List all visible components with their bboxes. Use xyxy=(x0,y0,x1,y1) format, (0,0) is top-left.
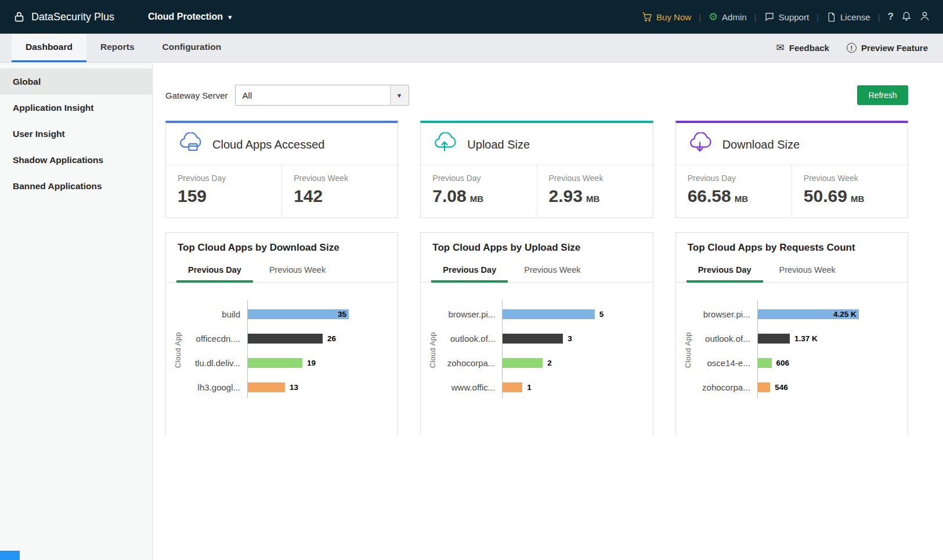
bar[interactable] xyxy=(502,382,522,392)
help-icon[interactable]: ? xyxy=(888,11,894,23)
sidebar-item-banned-applications[interactable]: Banned Applications xyxy=(0,173,152,199)
bar-row: zohocorpa...546 xyxy=(687,382,902,392)
bar-category-label: tlu.dl.deliv... xyxy=(176,358,247,368)
previous-week-stat: Previous Week 2.93MB xyxy=(537,165,653,218)
bar-value-label: 546 xyxy=(775,383,788,392)
stat-title: Cloud Apps Accessed xyxy=(212,138,324,151)
bar-value-label: 3 xyxy=(568,334,572,343)
divider: | xyxy=(878,12,880,22)
envelope-icon: ✉ xyxy=(776,42,784,54)
bar[interactable] xyxy=(757,382,770,392)
preview-feature-button[interactable]: ! Preview Feature xyxy=(847,43,928,53)
gateway-server-value: All xyxy=(236,91,390,100)
bar-value-label: 13 xyxy=(290,383,298,392)
support-menu[interactable]: Support xyxy=(764,12,810,22)
stat-card-download-size: Download Size Previous Day 66.58MB Previ… xyxy=(675,121,908,218)
chart-card-upload-size: Top Cloud Apps by Upload Size Previous D… xyxy=(420,232,653,435)
bar-category-label: browser.pi... xyxy=(431,309,502,319)
bar-value-label: 2 xyxy=(547,359,552,367)
bar[interactable] xyxy=(757,358,772,368)
chart-title: Top Cloud Apps by Requests Count xyxy=(676,233,908,254)
chevron-down-icon: ▾ xyxy=(398,91,402,100)
sidebar-item-user-insight[interactable]: User Insight xyxy=(0,121,152,147)
tab-previous-week[interactable]: Previous Week xyxy=(512,259,592,283)
previous-week-stat: Previous Week 142 xyxy=(281,165,398,218)
buy-now-button[interactable]: Buy Now xyxy=(642,12,691,22)
previous-day-stat: Previous Day 7.08MB xyxy=(421,165,536,218)
bar-category-label: osce14-e... xyxy=(687,358,757,368)
sidebar-item-shadow-applications[interactable]: Shadow Applications xyxy=(0,147,152,173)
bar-value-label: 1 xyxy=(527,383,532,392)
chart-tabs: Previous Day Previous Week xyxy=(676,259,908,283)
cloud-upload-icon xyxy=(432,132,457,157)
license-menu[interactable]: License xyxy=(826,12,870,22)
app-logo: DataSecurity Plus xyxy=(13,10,114,23)
bar-value-label: 606 xyxy=(776,359,790,367)
document-icon xyxy=(826,12,836,22)
bar[interactable] xyxy=(247,334,323,344)
top-bar: DataSecurity Plus Cloud Protection ▾ Buy… xyxy=(0,0,943,34)
bar-row: www.offic...1 xyxy=(431,382,646,392)
main-nav: Dashboard Reports Configuration ✉ Feedba… xyxy=(0,34,943,63)
bar[interactable] xyxy=(502,358,543,368)
chevron-down-icon: ▾ xyxy=(228,13,232,21)
user-account-icon[interactable] xyxy=(919,10,930,23)
chat-widget-tab[interactable] xyxy=(0,551,20,560)
gateway-server-label: Gateway Server xyxy=(165,91,228,100)
chat-icon xyxy=(764,12,775,22)
previous-day-stat: Previous Day 159 xyxy=(166,165,281,218)
bar-category-label: build xyxy=(176,309,247,319)
bar[interactable] xyxy=(502,309,594,319)
bar-row: tlu.dl.deliv...19 xyxy=(176,358,392,368)
sidebar-item-global[interactable]: Global xyxy=(0,68,152,95)
bar[interactable] xyxy=(247,382,285,392)
tab-previous-day[interactable]: Previous Day xyxy=(431,259,508,283)
tab-configuration[interactable]: Configuration xyxy=(149,34,236,62)
bar-category-label: browser.pi... xyxy=(687,309,757,319)
nav-tabs: Dashboard Reports Configuration xyxy=(0,34,235,62)
bar[interactable]: 4.25 K xyxy=(757,309,859,319)
gateway-server-select[interactable]: All ▾ xyxy=(235,85,409,106)
bar-category-label: officecdn.... xyxy=(176,334,247,344)
select-dropdown-button[interactable]: ▾ xyxy=(390,85,409,105)
bar-category-label: zohocorpa... xyxy=(687,382,757,392)
chart-card-requests-count: Top Cloud Apps by Requests Count Previou… xyxy=(675,232,908,435)
stat-title: Upload Size xyxy=(467,138,530,151)
chart-tabs: Previous Day Previous Week xyxy=(166,259,398,283)
stats-row: Cloud Apps Accessed Previous Day 159 Pre… xyxy=(165,121,908,218)
brand-name: DataSecurity Plus xyxy=(31,11,114,23)
tab-previous-week[interactable]: Previous Week xyxy=(258,259,337,283)
tab-dashboard[interactable]: Dashboard xyxy=(12,34,86,62)
bar[interactable] xyxy=(247,358,302,368)
chart-tabs: Previous Day Previous Week xyxy=(421,259,652,283)
bar-category-label: outlook.of... xyxy=(431,334,502,344)
bar[interactable]: 35 xyxy=(247,309,349,319)
divider: | xyxy=(754,12,757,22)
chart-card-download-size: Top Cloud Apps by Download Size Previous… xyxy=(165,232,398,435)
refresh-button[interactable]: Refresh xyxy=(857,85,908,105)
tab-reports[interactable]: Reports xyxy=(86,34,149,62)
bar-chart: Cloud App browser.pi...4.25 Koutlook.of.… xyxy=(676,283,908,392)
sidebar: Global Application Insight User Insight … xyxy=(0,63,153,560)
bar-row: osce14-e...606 xyxy=(687,358,902,368)
top-menu: Buy Now | ⚙ Admin | Support | License | xyxy=(642,10,930,23)
notifications-bell-icon[interactable] xyxy=(901,11,912,23)
bar[interactable] xyxy=(757,334,790,344)
feedback-button[interactable]: ✉ Feedback xyxy=(776,42,829,54)
tab-previous-day[interactable]: Previous Day xyxy=(687,259,763,283)
bar-value-label: 26 xyxy=(327,334,336,343)
bar[interactable] xyxy=(502,334,563,344)
admin-menu[interactable]: ⚙ Admin xyxy=(709,12,747,22)
lock-icon xyxy=(13,10,26,23)
bar-row: outlook.of...3 xyxy=(431,334,646,344)
gear-icon: ⚙ xyxy=(709,12,718,22)
product-selector[interactable]: Cloud Protection ▾ xyxy=(148,12,232,22)
product-name: Cloud Protection xyxy=(148,12,223,22)
tab-previous-week[interactable]: Previous Week xyxy=(768,259,847,283)
charts-row: Top Cloud Apps by Download Size Previous… xyxy=(165,232,908,435)
sidebar-item-application-insight[interactable]: Application Insight xyxy=(0,95,152,121)
tab-previous-day[interactable]: Previous Day xyxy=(176,259,253,283)
exclamation-circle-icon: ! xyxy=(847,43,857,53)
bar-row: officecdn....26 xyxy=(176,334,392,344)
bar-category-label: outlook.of... xyxy=(687,334,757,344)
